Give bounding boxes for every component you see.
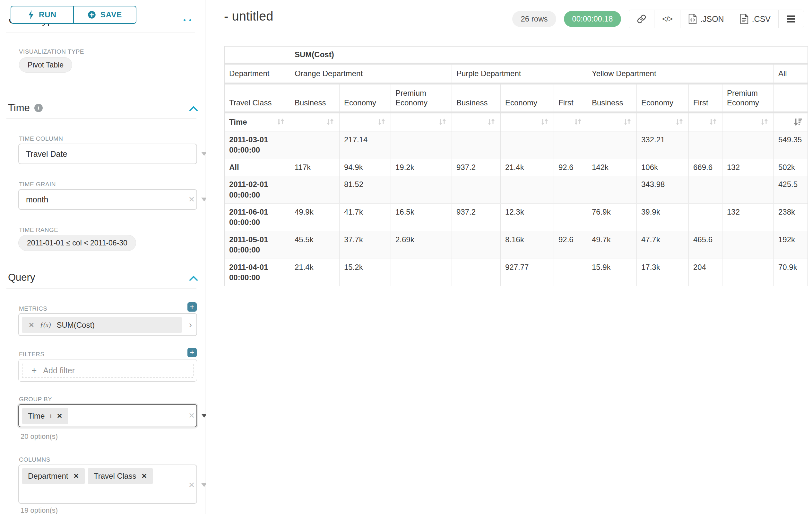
sort-arrows-icon[interactable] — [325, 117, 335, 127]
sort-descending-icon[interactable] — [793, 117, 803, 127]
column-header: Economy — [501, 84, 554, 111]
add-filter-plus-button[interactable]: + — [187, 348, 197, 357]
value-cell: 8.16k — [501, 231, 554, 259]
time-range-pill[interactable]: 2011-01-01 ≤ col < 2011-06-30 — [18, 235, 136, 251]
panel-drag-handle[interactable] — [183, 19, 196, 23]
value-cell: 192k — [774, 231, 807, 259]
time-section-header: Time i — [8, 102, 43, 114]
value-cell — [554, 176, 587, 204]
info-circle-icon[interactable]: i — [34, 104, 43, 112]
sort-cell[interactable] — [637, 113, 689, 131]
value-cell: 502k — [774, 159, 807, 176]
chevron-right-icon[interactable]: › — [189, 320, 192, 330]
function-icon: ƒ(x) — [40, 321, 51, 329]
sort-cell[interactable] — [452, 113, 501, 131]
value-cell: 132 — [722, 159, 774, 176]
column-header: Premium Economy — [391, 84, 452, 111]
lightning-icon — [28, 10, 34, 19]
value-cell: 465.6 — [689, 231, 722, 259]
add-filter-button[interactable]: + Add filter — [22, 363, 194, 378]
sort-arrows-icon[interactable] — [708, 117, 718, 127]
value-cell — [722, 231, 774, 259]
sort-cell[interactable] — [290, 113, 340, 131]
filters-label: FILTERS — [19, 351, 45, 358]
embed-code-button[interactable]: </> — [654, 10, 680, 28]
share-link-button[interactable] — [629, 10, 654, 28]
value-cell: 76.9k — [587, 204, 637, 231]
columns-label: COLUMNS — [19, 456, 50, 463]
sort-cell[interactable] — [554, 113, 587, 131]
remove-tag-icon[interactable]: ✕ — [57, 412, 63, 420]
columns-select[interactable]: Department✕Travel Class✕ ✕ — [18, 464, 197, 504]
metrics-label: METRICS — [19, 305, 47, 312]
export-button-group: </> .JSON .CSV — [629, 10, 804, 28]
metric-chip[interactable]: ✕ ƒ(x) SUM(Cost) — [22, 317, 182, 333]
sort-arrows-icon[interactable] — [437, 117, 447, 127]
sort-arrows-icon[interactable] — [759, 117, 769, 127]
value-cell: 41.7k — [340, 204, 391, 231]
time-column-select[interactable]: Travel Date — [18, 143, 197, 164]
select-tag[interactable]: Travel Class✕ — [88, 468, 153, 484]
sort-arrows-icon[interactable] — [376, 117, 386, 127]
remove-tag-icon[interactable]: ✕ — [73, 472, 79, 480]
metric-chip-label: SUM(Cost) — [57, 321, 95, 330]
value-cell: 16.5k — [391, 204, 452, 231]
sort-arrows-icon[interactable] — [622, 117, 632, 127]
info-icon[interactable]: i — [50, 412, 51, 420]
sort-cell[interactable] — [391, 113, 452, 131]
row-dimension-header: Travel Class — [225, 84, 290, 111]
clear-icon[interactable]: ✕ — [188, 481, 195, 490]
sort-arrows-icon[interactable] — [573, 117, 582, 127]
sort-arrows-icon[interactable] — [486, 117, 496, 127]
row-label-cell: 2011-05-0100:00:00 — [225, 231, 290, 259]
sort-cell[interactable] — [774, 113, 807, 131]
save-button[interactable]: SAVE — [73, 6, 136, 23]
sort-arrows-icon[interactable] — [674, 117, 684, 127]
time-header-cell[interactable]: Time — [225, 113, 290, 131]
run-button[interactable]: RUN — [11, 6, 73, 23]
value-cell — [391, 131, 452, 159]
sort-cell[interactable] — [501, 113, 554, 131]
menu-button[interactable] — [778, 10, 804, 28]
column-header: Business — [587, 84, 637, 111]
query-section-header: Query — [8, 272, 35, 283]
group-by-label: GROUP BY — [19, 396, 52, 403]
remove-tag-icon[interactable]: ✕ — [141, 472, 147, 480]
value-cell: 332.21 — [637, 131, 689, 159]
add-metric-button[interactable]: + — [187, 302, 197, 312]
value-cell: 45.5k — [290, 231, 340, 259]
export-json-button[interactable]: .JSON — [680, 10, 732, 28]
clear-icon[interactable]: ✕ — [188, 411, 195, 420]
sort-cell[interactable] — [689, 113, 722, 131]
value-cell — [501, 131, 554, 159]
chevron-up-icon[interactable] — [190, 276, 198, 281]
value-cell: 92.6 — [554, 159, 587, 176]
metric-header-cell: SUM(Cost) — [290, 47, 807, 63]
viz-type-pill[interactable]: Pivot Table — [19, 57, 72, 73]
value-cell — [689, 176, 722, 204]
filters-box: + Add filter — [18, 359, 197, 382]
group-by-select[interactable]: Timei✕ ✕ — [18, 404, 197, 427]
time-grain-select[interactable]: month ✕ — [18, 189, 197, 210]
metrics-select[interactable]: ✕ ƒ(x) SUM(Cost) › — [18, 313, 197, 336]
sort-arrows-icon[interactable] — [540, 117, 549, 127]
value-cell — [587, 131, 637, 159]
tag-label: Travel Class — [94, 471, 136, 481]
chart-title[interactable]: - untitled — [224, 9, 273, 23]
value-cell: 37.7k — [340, 231, 391, 259]
sort-cell[interactable] — [722, 113, 774, 131]
column-group-header: Orange Department — [290, 64, 452, 83]
sort-cell[interactable] — [340, 113, 391, 131]
select-tag[interactable]: Timei✕ — [22, 408, 68, 424]
remove-metric-icon[interactable]: ✕ — [29, 321, 34, 329]
clear-icon[interactable]: ✕ — [188, 195, 195, 204]
select-tag[interactable]: Department✕ — [22, 468, 85, 484]
sort-arrows-icon[interactable] — [276, 117, 285, 127]
export-csv-button[interactable]: .CSV — [732, 10, 778, 28]
viz-type-label: VISUALIZATION TYPE — [19, 48, 84, 55]
value-cell — [452, 259, 501, 286]
value-cell: 238k — [774, 204, 807, 231]
value-cell — [290, 131, 340, 159]
sort-cell[interactable] — [587, 113, 637, 131]
chevron-up-icon[interactable] — [190, 106, 198, 111]
